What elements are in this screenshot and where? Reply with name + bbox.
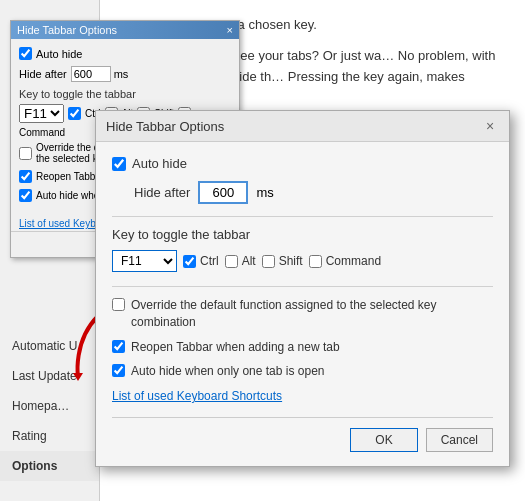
- bg-override-checkbox[interactable]: [19, 147, 32, 160]
- main-command-checkbox[interactable]: [309, 255, 322, 268]
- section-divider-1: [112, 216, 493, 217]
- bg-hide-after-unit: ms: [114, 68, 129, 80]
- main-shift-label: Shift: [279, 254, 303, 268]
- main-alt-checkbox[interactable]: [225, 255, 238, 268]
- main-key-section-label: Key to toggle the tabbar: [112, 227, 493, 242]
- main-hide-after-row: Hide after ms: [112, 181, 493, 204]
- main-ctrl-group: Ctrl: [183, 254, 219, 268]
- bg-reopen-checkbox[interactable]: [19, 170, 32, 183]
- main-command-group: Command: [309, 254, 381, 268]
- main-override-label: Override the default function assigned t…: [131, 297, 493, 331]
- bg-ctrl-checkbox[interactable]: [68, 107, 81, 120]
- main-command-label: Command: [326, 254, 381, 268]
- main-reopen-checkbox[interactable]: [112, 340, 125, 353]
- main-reopen-label: Reopen Tabbar when adding a new tab: [131, 339, 340, 356]
- sidebar-item-options[interactable]: Options: [0, 451, 99, 481]
- main-cancel-button[interactable]: Cancel: [426, 428, 493, 452]
- bg-dialog-titlebar: Hide Tabbar Options ×: [11, 21, 239, 39]
- bg-hide-after-input[interactable]: [71, 66, 111, 82]
- sidebar-item-rating[interactable]: Rating: [0, 421, 99, 451]
- main-auto-hide-checkbox[interactable]: [112, 157, 126, 171]
- sidebar-item-homepage[interactable]: Homepa…: [0, 391, 99, 421]
- main-hide-after-input[interactable]: [198, 181, 248, 204]
- bg-command-label: Command: [19, 127, 65, 138]
- main-ctrl-label: Ctrl: [200, 254, 219, 268]
- bg-auto-hide-row: Auto hide: [19, 47, 231, 60]
- main-alt-group: Alt: [225, 254, 256, 268]
- main-dialog-body: Auto hide Hide after ms Key to toggle th…: [96, 142, 509, 466]
- main-override-row: Override the default function assigned t…: [112, 297, 493, 331]
- bg-hide-after-label: Hide after: [19, 68, 67, 80]
- bg-dialog-close-icon[interactable]: ×: [227, 24, 233, 36]
- main-auto-hide-row: Auto hide: [112, 156, 493, 171]
- main-hide-after-unit: ms: [256, 185, 273, 200]
- main-ok-button[interactable]: OK: [350, 428, 417, 452]
- main-auto-hide-one-label: Auto hide when only one tab is open: [131, 363, 324, 380]
- main-override-checkbox[interactable]: [112, 298, 125, 311]
- bg-auto-hide-one-checkbox[interactable]: [19, 189, 32, 202]
- bg-dialog-title-text: Hide Tabbar Options: [17, 24, 117, 36]
- main-dialog-titlebar: Hide Tabbar Options ×: [96, 111, 509, 142]
- main-ctrl-checkbox[interactable]: [183, 255, 196, 268]
- main-alt-label: Alt: [242, 254, 256, 268]
- bg-hide-after-row: Hide after ms: [19, 66, 231, 82]
- main-auto-hide-label: Auto hide: [132, 156, 187, 171]
- main-key-row: F11 F1 F2 F3 F12 Ctrl Alt Shift Command: [112, 250, 493, 272]
- main-dialog-title-text: Hide Tabbar Options: [106, 119, 224, 134]
- main-auto-hide-one-row: Auto hide when only one tab is open: [112, 363, 493, 380]
- bg-auto-hide-checkbox[interactable]: [19, 47, 32, 60]
- main-reopen-row: Reopen Tabbar when adding a new tab: [112, 339, 493, 356]
- main-auto-hide-one-checkbox[interactable]: [112, 364, 125, 377]
- main-shift-group: Shift: [262, 254, 303, 268]
- main-dialog-footer: OK Cancel: [112, 417, 493, 452]
- main-dialog: Hide Tabbar Options × Auto hide Hide aft…: [95, 110, 510, 467]
- main-shift-checkbox[interactable]: [262, 255, 275, 268]
- main-dialog-close-icon[interactable]: ×: [481, 117, 499, 135]
- main-keyboard-link[interactable]: List of used Keyboard Shortcuts: [112, 389, 282, 403]
- bg-key-section-label: Key to toggle the tabbar: [19, 88, 231, 100]
- bg-auto-hide-label: Auto hide: [36, 48, 82, 60]
- main-hide-after-label: Hide after: [134, 185, 190, 200]
- bg-key-select[interactable]: F11: [19, 104, 64, 123]
- section-divider-2: [112, 286, 493, 287]
- main-auto-hide-checkbox-wrapper: Auto hide: [112, 156, 187, 171]
- main-key-select[interactable]: F11 F1 F2 F3 F12: [112, 250, 177, 272]
